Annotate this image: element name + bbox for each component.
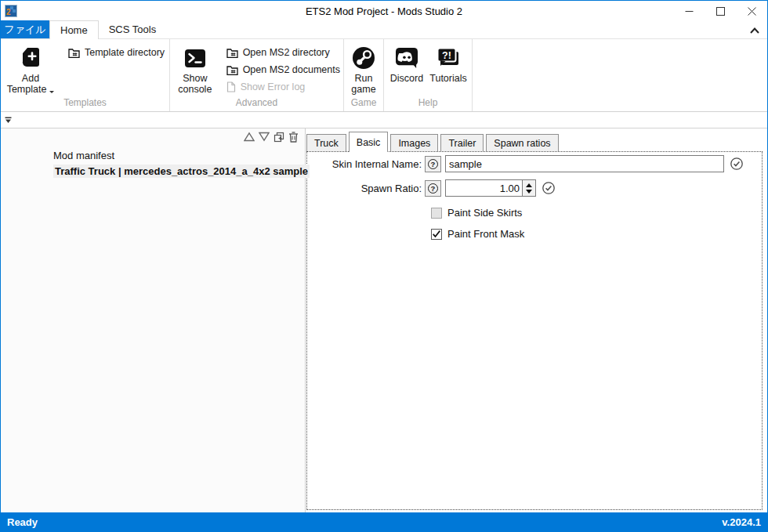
paint-front-mask-row: Paint Front Mask [431, 228, 762, 240]
run-game-label-line1: Run [355, 73, 373, 84]
open-ms2-documents-button[interactable]: Open MS2 documents [223, 61, 343, 78]
tab-home[interactable]: Home [49, 20, 99, 39]
svg-text:2: 2 [6, 8, 11, 16]
tutorials-label: Tutorials [429, 73, 466, 84]
tutorials-button[interactable]: ?! Tutorials [426, 42, 470, 84]
skin-internal-name-help-button[interactable]: ? [425, 156, 441, 172]
file-menu-button[interactable]: ファイル [1, 20, 49, 38]
tab-trailer[interactable]: Trailer [440, 134, 484, 151]
run-game-button[interactable]: Run game [346, 42, 382, 95]
mod-items-list: Mod manifest Traffic Truck | mercedes_ac… [1, 147, 305, 179]
console-prompt-icon [184, 43, 206, 73]
svg-text:?!: ?! [442, 50, 451, 61]
spawn-ratio-input[interactable] [446, 180, 522, 196]
delete-button[interactable] [288, 131, 299, 143]
minimize-button[interactable] [673, 1, 705, 21]
version-text: v.2024.1 [722, 516, 761, 528]
chevron-up-icon [750, 27, 759, 34]
paint-side-skirts-label: Paint Side Skirts [447, 207, 522, 219]
move-up-button[interactable] [244, 132, 255, 142]
tab-truck[interactable]: Truck [306, 134, 346, 151]
show-console-label-line1: Show [183, 73, 207, 84]
skin-internal-name-input[interactable] [445, 155, 724, 172]
template-directory-button[interactable]: Template directory [65, 44, 168, 61]
add-template-button[interactable]: Add Template [4, 42, 57, 95]
question-circle-icon: ? [428, 183, 438, 194]
status-text: Ready [7, 516, 38, 528]
maximize-button[interactable] [705, 1, 736, 21]
valid-check-circle-icon [542, 181, 556, 195]
tab-images[interactable]: Images [390, 134, 438, 151]
add-template-label-line1: Add [22, 73, 39, 84]
document-icon [226, 81, 236, 92]
close-icon [748, 7, 756, 16]
template-directory-label: Template directory [85, 47, 165, 58]
dropdown-arrow-icon [49, 91, 54, 96]
window-title: ETS2 Mod Project - Mods Studio 2 [1, 5, 767, 17]
duplicate-button[interactable] [274, 132, 284, 143]
collapse-panel-icon [5, 117, 12, 124]
list-toolbar [244, 131, 299, 143]
triangle-up-icon [244, 132, 255, 142]
spawn-ratio-stepper [445, 179, 536, 197]
show-error-log-label: Show Error log [241, 81, 306, 92]
editor-panel: Truck Basic Images Trailer Spawn ratios … [306, 128, 767, 512]
maximize-icon [716, 7, 725, 16]
move-down-button[interactable] [259, 132, 270, 142]
skin-internal-name-label: Skin Internal Name: [307, 158, 422, 170]
speech-bubble-qa-icon: ?! [437, 43, 460, 73]
question-circle-icon: ? [428, 159, 438, 169]
minimize-icon [685, 7, 694, 16]
add-template-label-line2: Template [7, 84, 47, 95]
list-item-mod-manifest[interactable]: Mod manifest [1, 147, 305, 163]
steam-icon [352, 43, 375, 73]
valid-check-circle-icon [730, 157, 744, 171]
basic-tab-content: Skin Internal Name: ? Spawn Ratio: ? [306, 151, 763, 510]
show-console-button[interactable]: Show console [173, 42, 217, 95]
folder-icon [68, 48, 80, 58]
tab-spawn-ratios[interactable]: Spawn ratios [486, 134, 558, 151]
run-game-label-line2: game [351, 84, 375, 95]
checkmark-icon [432, 230, 441, 238]
open-ms2-documents-label: Open MS2 documents [243, 64, 340, 75]
group-label-templates: Templates [1, 97, 169, 108]
add-template-book-plus-icon [19, 43, 42, 73]
discord-button[interactable]: Discord [387, 42, 426, 84]
collapse-ribbon-button[interactable] [750, 23, 759, 37]
paint-front-mask-checkbox[interactable] [431, 229, 442, 240]
spinner-buttons[interactable] [522, 180, 535, 196]
folder-icon [226, 65, 238, 75]
discord-icon [395, 43, 418, 73]
paint-side-skirts-row: Paint Side Skirts [431, 207, 762, 219]
ribbon-group-templates: Add Template Template directory Template… [1, 39, 170, 111]
paint-side-skirts-checkbox[interactable] [431, 208, 442, 219]
show-console-label-line2: console [178, 84, 212, 95]
group-label-help: Help [384, 97, 472, 108]
spinner-down-icon[interactable] [526, 190, 532, 194]
spawn-ratio-help-button[interactable]: ? [425, 180, 441, 197]
spinner-up-icon[interactable] [526, 183, 532, 187]
ribbon-group-help: Discord ?! Tutorials [384, 39, 473, 111]
group-label-advanced: Advanced [170, 97, 343, 108]
collapse-panel-button[interactable] [5, 117, 12, 124]
app-icon: 2 [4, 4, 18, 18]
tab-scs-tools[interactable]: SCS Tools [99, 20, 166, 38]
list-item-traffic-truck[interactable]: Traffic Truck | mercedes_actros_2014_a_4… [1, 163, 305, 179]
folder-icon [226, 48, 238, 58]
trash-icon [288, 131, 299, 143]
open-ms2-directory-button[interactable]: Open MS2 directory [223, 44, 343, 61]
open-ms2-directory-label: Open MS2 directory [243, 47, 330, 58]
editor-tab-bar: Truck Basic Images Trailer Spawn ratios [306, 132, 763, 152]
titlebar: 2 ETS2 Mod Project - Mods Studio 2 [1, 1, 767, 21]
panel-strip [1, 112, 767, 128]
tab-basic[interactable]: Basic [349, 132, 389, 152]
app-window: 2 ETS2 Mod Project - Mods Studio 2 ファイル … [0, 0, 768, 532]
paint-front-mask-label: Paint Front Mask [447, 228, 524, 240]
spawn-ratio-row: Spawn Ratio: ? [307, 179, 762, 197]
ribbon-group-advanced: Show console Open MS2 directory [170, 39, 344, 111]
triangle-down-icon [259, 132, 270, 142]
show-error-log-button[interactable]: Show Error log [223, 78, 343, 96]
close-button[interactable] [736, 1, 767, 21]
ribbon-tab-bar: ファイル Home SCS Tools [1, 21, 767, 39]
mod-items-panel: Mod manifest Traffic Truck | mercedes_ac… [1, 128, 306, 512]
